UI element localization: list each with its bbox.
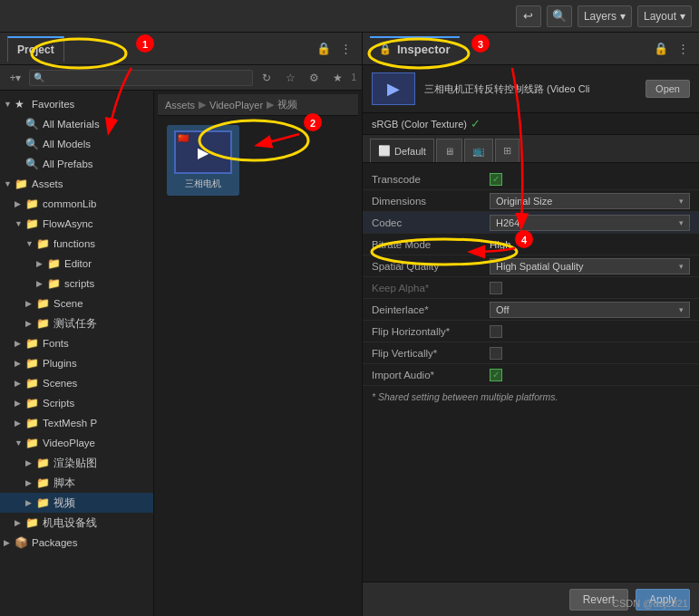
tree-flowasync[interactable]: ▼ 📁 FlowAsync: [0, 214, 153, 234]
tree-plugins[interactable]: ▶ 📁 Plugins: [0, 353, 153, 373]
tree-packages[interactable]: ▶ 📦 Packages: [0, 533, 153, 553]
filter-icon[interactable]: ⚙: [304, 68, 324, 88]
spatial-arrow: ▾: [679, 262, 684, 271]
inspector-tab[interactable]: 🔒 Inspector: [370, 36, 460, 62]
tree-scene[interactable]: ▶ 📁 Scene: [0, 294, 153, 313]
project-content: ▼ ★ Favorites 🔍 All Materials 🔍 All Mode…: [0, 91, 362, 616]
project-panel: Project 🔒 ⋮ +▾ 🔍 ↻ ☆ ⚙ ★ 1 ▼: [0, 33, 363, 616]
tree-favorites[interactable]: ▼ ★ Favorites: [0, 94, 153, 114]
jidian-icon: 📁: [25, 516, 40, 529]
materials-label: All Materials: [43, 119, 150, 130]
layout-dropdown[interactable]: Layout ▾: [637, 5, 692, 27]
assets-label: Assets: [32, 178, 150, 189]
scenes-arrow: ▶: [15, 379, 25, 388]
platform-tabs: ⬜ Default 🖥 📺 ⊞: [363, 135, 699, 163]
scripts-sub-icon: 📁: [47, 277, 62, 290]
spatial-dropdown[interactable]: High Spatial Quality ▾: [490, 258, 690, 274]
tree-all-materials[interactable]: 🔍 All Materials: [0, 114, 153, 134]
bitrate-label: Bitrate Mode: [372, 239, 490, 250]
refresh-icon[interactable]: ↻: [257, 68, 277, 88]
videoplayer-label: VideoPlaye: [43, 438, 150, 448]
tab-default[interactable]: ⬜ Default: [370, 139, 434, 162]
plugins-arrow: ▶: [15, 359, 25, 368]
tree-textmesh[interactable]: ▶ 📁 TextMesh P: [0, 413, 153, 433]
scripts-sub-label: scripts: [64, 278, 150, 289]
scripts-sub-arrow: ▶: [36, 279, 47, 288]
inspector-header: 🔒 Inspector 🔒 ⋮: [363, 33, 699, 65]
codec-dropdown[interactable]: H264 ▾: [490, 215, 690, 231]
search-icon: 🔍: [34, 72, 44, 82]
deinterlace-arrow: ▾: [679, 305, 684, 314]
file-flag-icon: 🇨🇳: [178, 134, 189, 143]
commonlib-label: commonLib: [43, 198, 150, 209]
tree-scenes[interactable]: ▶ 📁 Scenes: [0, 373, 153, 393]
render-tex-arrow: ▶: [25, 458, 36, 467]
project-menu-button[interactable]: ⋮: [336, 40, 354, 58]
bookmark-icon[interactable]: ☆: [280, 68, 300, 88]
inspector-lock-icon: 🔒: [379, 43, 392, 55]
tab-tv-icon: 📺: [472, 145, 485, 157]
search-button[interactable]: 🔍: [547, 5, 572, 27]
dimensions-dropdown[interactable]: Original Size ▾: [490, 193, 690, 209]
packages-label: Packages: [32, 537, 150, 548]
import-audio-label: Import Audio*: [372, 370, 490, 380]
videoplayer-arrow: ▼: [15, 438, 25, 448]
deinterlace-dropdown[interactable]: Off ▾: [490, 302, 690, 318]
jiaoben-label: 脚本: [53, 476, 150, 490]
flip-vert-checkbox[interactable]: [490, 347, 502, 360]
dimensions-arrow: ▾: [679, 197, 684, 206]
jiaoben-icon: 📁: [36, 476, 51, 489]
inspector-body: Transcode ✓ Dimensions Original Size ▾ C…: [363, 163, 699, 582]
tree-functions[interactable]: ▼ 📁 functions: [0, 234, 153, 254]
tree-commonlib[interactable]: ▶ 📁 commonLib: [0, 194, 153, 214]
tab-windows[interactable]: ⊞: [495, 139, 519, 162]
tree-jiaoben[interactable]: ▶ 📁 脚本: [0, 473, 153, 493]
keep-alpha-label: Keep Alpha*: [372, 283, 490, 294]
scripts-arrow: ▶: [15, 399, 25, 408]
video-arrow: ▶: [25, 498, 36, 507]
tree-render-tex[interactable]: ▶ 📁 渲染贴图: [0, 453, 153, 473]
srgb-checkmark: ✓: [471, 117, 481, 130]
open-button[interactable]: Open: [646, 80, 690, 98]
tree-test-task[interactable]: ▶ 📁 测试任务: [0, 313, 153, 333]
asset-thumbnail: ▶: [372, 72, 415, 105]
tab-desktop[interactable]: 🖥: [436, 139, 462, 162]
tree-all-models[interactable]: 🔍 All Models: [0, 134, 153, 154]
tree-all-prefabs[interactable]: 🔍 All Prefabs: [0, 154, 153, 174]
inspector-panel: 🔒 Inspector 🔒 ⋮ ▶ 三相电机正转反转控制线路 (Video Cl…: [363, 33, 699, 616]
flip-vert-label: Flip Vertically*: [372, 348, 490, 359]
tree-videoplayer[interactable]: ▼ 📁 VideoPlaye: [0, 433, 153, 453]
project-tab[interactable]: Project: [7, 36, 64, 62]
history-button[interactable]: ↩: [516, 5, 541, 27]
fonts-label: Fonts: [43, 338, 150, 349]
tree-editor[interactable]: ▶ 📁 Editor: [0, 254, 153, 274]
tree-scripts-sub[interactable]: ▶ 📁 scripts: [0, 274, 153, 294]
star-icon[interactable]: ★: [327, 68, 347, 88]
test-task-arrow: ▶: [25, 319, 36, 328]
flip-horiz-checkbox[interactable]: [490, 325, 502, 338]
tree-scripts[interactable]: ▶ 📁 Scripts: [0, 393, 153, 413]
tree-video[interactable]: ▶ 📁 视频: [0, 493, 153, 513]
inspector-menu-btn[interactable]: ⋮: [674, 40, 692, 58]
functions-icon: 📁: [36, 237, 51, 250]
render-tex-icon: 📁: [36, 457, 51, 469]
tab-tv[interactable]: 📺: [464, 139, 493, 162]
watermark: CSDN @dzj2021: [612, 598, 688, 609]
tree-fonts[interactable]: ▶ 📁 Fonts: [0, 333, 153, 353]
layers-dropdown[interactable]: Layers ▾: [578, 5, 632, 27]
project-panel-header: Project 🔒 ⋮: [0, 33, 362, 65]
tab-default-icon: ⬜: [378, 145, 391, 157]
inspector-lock-btn[interactable]: 🔒: [652, 40, 670, 58]
file-item-sanjian[interactable]: 🇨🇳 三相电机: [167, 125, 239, 196]
materials-icon: 🔍: [25, 118, 40, 130]
project-lock-button[interactable]: 🔒: [315, 40, 333, 58]
main-layout: Project 🔒 ⋮ +▾ 🔍 ↻ ☆ ⚙ ★ 1 ▼: [0, 33, 699, 616]
plugins-icon: 📁: [25, 357, 40, 370]
add-button[interactable]: +▾: [5, 68, 25, 88]
keep-alpha-checkbox[interactable]: [490, 282, 502, 294]
transcode-checkbox[interactable]: ✓: [490, 173, 502, 186]
import-audio-checkbox[interactable]: ✓: [490, 369, 502, 381]
functions-arrow: ▼: [25, 239, 36, 248]
tree-jidian[interactable]: ▶ 📁 机电设备线: [0, 513, 153, 533]
tree-assets[interactable]: ▼ 📁 Assets: [0, 174, 153, 194]
